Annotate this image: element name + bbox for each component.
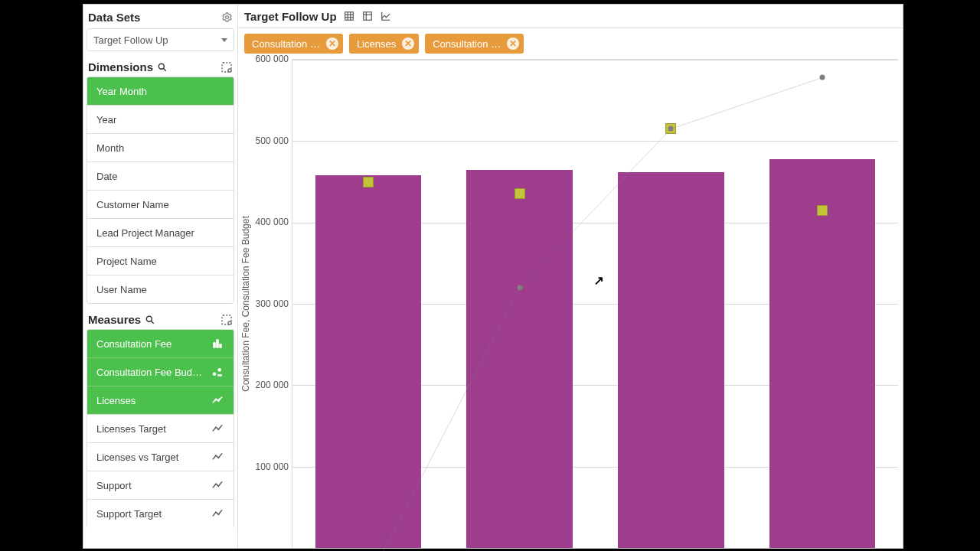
y-tick-label: 600 000	[256, 54, 289, 64]
svg-point-16	[213, 373, 216, 376]
sidebar: Data Sets Target Follow Up Dimensions Ye…	[83, 5, 238, 548]
measure-item[interactable]: Licenses vs Target	[87, 442, 234, 471]
measure-item[interactable]: Consultation Fee	[87, 330, 234, 357]
chart-view-icon[interactable]	[380, 10, 392, 22]
dimension-item[interactable]: Year Month	[87, 77, 234, 105]
dimensions-title: Dimensions	[88, 60, 153, 73]
y-tick-label: 400 000	[256, 217, 289, 227]
measure-item[interactable]: Consultation Fee Bud…	[87, 357, 234, 386]
dataset-select-value: Target Follow Up	[93, 34, 168, 46]
dataset-select[interactable]: Target Follow Up	[87, 28, 234, 51]
main-area: Target Follow Up Consultation …✕Licenses…	[238, 5, 903, 548]
measures-title: Measures	[88, 313, 141, 326]
search-icon[interactable]	[144, 314, 156, 326]
measure-chips: Consultation …✕Licenses✕Consultation …✕	[238, 28, 903, 59]
svg-rect-19	[345, 12, 353, 21]
measure-label: Support Target	[96, 508, 162, 520]
y-tick-label: 500 000	[256, 135, 289, 146]
dimension-item[interactable]: Date	[87, 161, 234, 190]
measure-label: Licenses	[96, 395, 136, 406]
gear-icon[interactable]	[220, 11, 233, 24]
search-icon[interactable]	[156, 61, 168, 73]
table-view-icon[interactable]	[343, 10, 355, 22]
measure-item[interactable]: Support Target	[87, 499, 234, 527]
svg-point-7	[147, 316, 152, 321]
chart-plot-area[interactable]: ↖	[292, 59, 898, 548]
measures-list: Consultation FeeConsultation Fee Bud…Lic…	[87, 329, 234, 527]
measure-chip[interactable]: Licenses✕	[349, 34, 419, 54]
dimension-item[interactable]: Year	[87, 105, 234, 133]
svg-rect-13	[214, 343, 216, 348]
dimension-item[interactable]: User Name	[87, 275, 234, 303]
dimension-item[interactable]: Month	[87, 133, 234, 161]
selection-clear-icon[interactable]	[220, 61, 233, 73]
measure-label: Licenses vs Target	[96, 452, 178, 463]
chip-remove-icon[interactable]: ✕	[326, 37, 338, 50]
dimensions-list: Year MonthYearMonthDateCustomer NameLead…	[87, 77, 234, 304]
chip-label: Consultation …	[252, 38, 320, 50]
dimension-item[interactable]: Project Name	[87, 246, 234, 275]
chip-remove-icon[interactable]: ✕	[507, 37, 519, 50]
line-chart-icon	[211, 422, 224, 435]
y-tick-label: 100 000	[256, 461, 289, 472]
svg-point-17	[218, 368, 221, 371]
chart-title: Target Follow Up	[244, 10, 337, 23]
selection-clear-icon[interactable]	[220, 314, 233, 326]
svg-rect-18	[218, 374, 222, 376]
line-chart-icon	[211, 393, 224, 407]
svg-line-2	[163, 68, 165, 70]
measure-label: Licenses Target	[96, 423, 166, 435]
svg-line-8	[152, 321, 154, 323]
y-tick-label: 200 000	[256, 380, 289, 390]
line-point[interactable]	[517, 285, 522, 290]
chart-header: Target Follow Up	[238, 5, 903, 28]
svg-rect-24	[363, 12, 371, 21]
svg-rect-15	[220, 344, 222, 348]
line-point[interactable]	[668, 126, 674, 132]
line-chart-icon	[211, 478, 224, 492]
line-point[interactable]	[820, 75, 825, 80]
measure-item[interactable]: Licenses	[87, 386, 234, 414]
measure-chip[interactable]: Consultation …✕	[244, 34, 343, 54]
datasets-header: Data Sets	[87, 8, 234, 27]
dots-chart-icon	[211, 365, 224, 379]
measure-label: Support	[96, 480, 132, 491]
chevron-down-icon	[221, 38, 227, 42]
app-window: Data Sets Target Follow Up Dimensions Ye…	[83, 4, 903, 549]
datasets-title: Data Sets	[88, 11, 140, 24]
line-chart-icon	[211, 507, 224, 520]
y-axis: 100 000200 000300 000400 000500 000600 0…	[253, 59, 292, 548]
measure-label: Consultation Fee Bud…	[96, 367, 202, 378]
measures-header: Measures	[87, 310, 234, 329]
line-series	[292, 60, 898, 548]
y-axis-label: Consultation Fee, Consultation Fee Budge…	[238, 59, 253, 548]
y-tick-label: 300 000	[256, 298, 289, 309]
dimension-item[interactable]: Customer Name	[87, 190, 234, 218]
pivot-view-icon[interactable]	[361, 10, 374, 22]
svg-point-0	[225, 16, 228, 19]
measure-item[interactable]: Licenses Target	[87, 414, 234, 442]
measure-chip[interactable]: Consultation …✕	[425, 34, 524, 54]
svg-rect-14	[217, 340, 219, 348]
line-chart-icon	[211, 450, 224, 464]
cursor-icon: ↖	[594, 273, 604, 288]
measure-item[interactable]: Support	[87, 471, 234, 499]
svg-point-1	[158, 64, 164, 69]
dimension-item[interactable]: Lead Project Manager	[87, 218, 234, 246]
chip-label: Licenses	[357, 38, 396, 50]
chip-remove-icon[interactable]: ✕	[402, 37, 414, 50]
measure-label: Consultation Fee	[96, 338, 172, 350]
bar-chart-icon	[211, 337, 224, 350]
chart[interactable]: Consultation Fee, Consultation Fee Budge…	[238, 59, 903, 548]
chip-label: Consultation …	[433, 38, 501, 50]
dimensions-header: Dimensions	[87, 57, 234, 77]
